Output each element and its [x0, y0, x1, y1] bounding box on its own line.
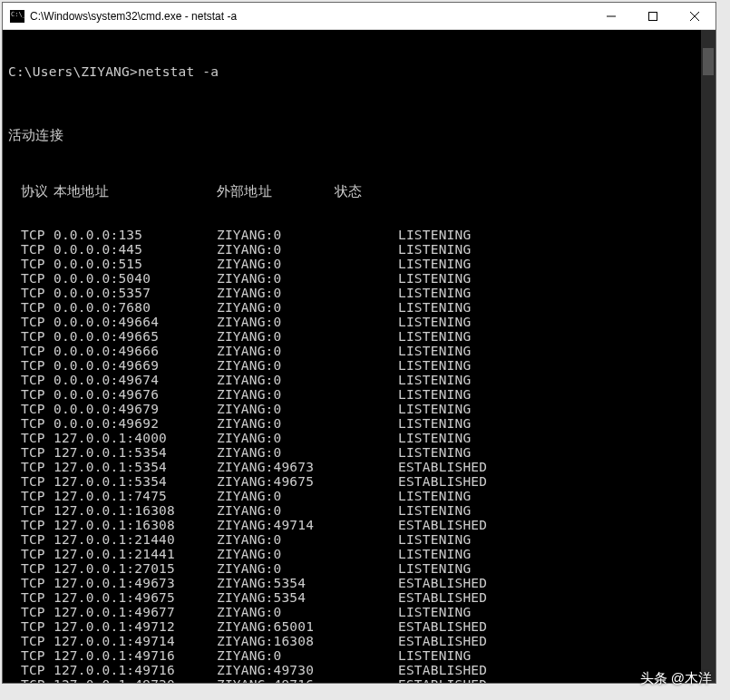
cell-foreign: ZIYANG:0 [217, 358, 398, 373]
connection-row: TCP127.0.0.1:16308ZIYANG:49714ESTABLISHE… [8, 518, 715, 532]
cell-proto: TCP [8, 474, 54, 489]
cell-state: LISTENING [398, 561, 471, 576]
connection-row: TCP127.0.0.1:5354ZIYANG:0LISTENING [8, 445, 715, 460]
connection-row: TCP127.0.0.1:49716ZIYANG:0LISTENING [8, 648, 715, 663]
cell-foreign: ZIYANG:0 [217, 228, 398, 242]
cell-state: LISTENING [398, 300, 471, 315]
connection-row: TCP127.0.0.1:5354ZIYANG:49673ESTABLISHED [8, 460, 715, 474]
window-title: C:\Windows\system32\cmd.exe - netstat -a [30, 10, 590, 23]
cell-proto: TCP [8, 416, 54, 431]
cell-local: 0.0.0.0:49676 [54, 387, 217, 402]
connection-row: TCP0.0.0.0:49692ZIYANG:0LISTENING [8, 416, 715, 431]
close-button[interactable] [674, 3, 715, 29]
cell-local: 0.0.0.0:49666 [54, 344, 217, 358]
cell-local: 0.0.0.0:49664 [54, 315, 217, 329]
header-proto: 协议 [8, 184, 54, 199]
cell-proto: TCP [8, 518, 54, 532]
cell-proto: TCP [8, 576, 54, 590]
cell-local: 127.0.0.1:16308 [54, 518, 217, 532]
cell-foreign: ZIYANG:0 [217, 445, 398, 460]
cell-foreign: ZIYANG:0 [217, 373, 398, 387]
cell-state: LISTENING [398, 489, 471, 503]
connection-row: TCP127.0.0.1:21441ZIYANG:0LISTENING [8, 547, 715, 561]
cell-state: LISTENING [398, 416, 471, 431]
cell-state: LISTENING [398, 445, 471, 460]
console-output[interactable]: C:\Users\ZIYANG>netstat -a 活动连接 协议本地地址外部… [3, 30, 715, 683]
connection-row: TCP0.0.0.0:5357ZIYANG:0LISTENING [8, 286, 715, 300]
section-title: 活动连接 [8, 128, 715, 142]
cell-foreign: ZIYANG:0 [217, 387, 398, 402]
connection-row: TCP127.0.0.1:49677ZIYANG:0LISTENING [8, 605, 715, 619]
cell-local: 0.0.0.0:49665 [54, 329, 217, 344]
cell-foreign: ZIYANG:0 [217, 315, 398, 329]
prompt-line: C:\Users\ZIYANG>netstat -a [8, 64, 715, 79]
cell-foreign: ZIYANG:49716 [217, 677, 398, 683]
cell-state: LISTENING [398, 431, 471, 445]
cell-foreign: ZIYANG:49730 [217, 663, 398, 677]
cell-local: 127.0.0.1:21441 [54, 547, 217, 561]
scrollbar[interactable] [701, 30, 715, 683]
cell-state: LISTENING [398, 257, 471, 271]
connection-row: TCP127.0.0.1:21440ZIYANG:0LISTENING [8, 532, 715, 547]
cell-state: LISTENING [398, 286, 471, 300]
cell-state: ESTABLISHED [398, 663, 487, 677]
cell-local: 0.0.0.0:5357 [54, 286, 217, 300]
connection-row: TCP0.0.0.0:135ZIYANG:0LISTENING [8, 228, 715, 242]
cell-local: 0.0.0.0:49669 [54, 358, 217, 373]
cell-state: LISTENING [398, 358, 471, 373]
cell-foreign: ZIYANG:0 [217, 547, 398, 561]
cell-foreign: ZIYANG:5354 [217, 590, 398, 605]
titlebar[interactable]: C:\Windows\system32\cmd.exe - netstat -a [3, 3, 715, 30]
cell-foreign: ZIYANG:0 [217, 286, 398, 300]
cell-local: 127.0.0.1:16308 [54, 503, 217, 518]
connection-rows: TCP0.0.0.0:135ZIYANG:0LISTENINGTCP0.0.0.… [8, 228, 715, 683]
cell-proto: TCP [8, 271, 54, 286]
cell-foreign: ZIYANG:0 [217, 257, 398, 271]
cell-local: 127.0.0.1:49712 [54, 619, 217, 634]
connection-row: TCP0.0.0.0:49669ZIYANG:0LISTENING [8, 358, 715, 373]
cell-local: 127.0.0.1:27015 [54, 561, 217, 576]
maximize-button[interactable] [632, 3, 674, 29]
cell-state: LISTENING [398, 605, 471, 619]
cell-local: 127.0.0.1:49714 [54, 634, 217, 648]
cell-local: 127.0.0.1:49673 [54, 576, 217, 590]
cell-local: 127.0.0.1:49730 [54, 677, 217, 683]
scrollbar-thumb[interactable] [703, 48, 714, 75]
cell-state: LISTENING [398, 547, 471, 561]
cell-foreign: ZIYANG:0 [217, 648, 398, 663]
cell-state: LISTENING [398, 271, 471, 286]
cell-local: 0.0.0.0:515 [54, 257, 217, 271]
watermark: 头条 @木洋 [640, 670, 712, 687]
cell-foreign: ZIYANG:0 [217, 561, 398, 576]
cell-local: 0.0.0.0:49692 [54, 416, 217, 431]
cell-foreign: ZIYANG:0 [217, 532, 398, 547]
minimize-button[interactable] [590, 3, 632, 29]
cell-foreign: ZIYANG:0 [217, 503, 398, 518]
cell-local: 0.0.0.0:135 [54, 228, 217, 242]
cell-foreign: ZIYANG:49673 [217, 460, 398, 474]
cell-foreign: ZIYANG:0 [217, 431, 398, 445]
cell-proto: TCP [8, 445, 54, 460]
cell-proto: TCP [8, 358, 54, 373]
cell-foreign: ZIYANG:0 [217, 344, 398, 358]
connection-row: TCP0.0.0.0:5040ZIYANG:0LISTENING [8, 271, 715, 286]
connection-row: TCP127.0.0.1:49730ZIYANG:49716ESTABLISHE… [8, 677, 715, 683]
header-local: 本地地址 [54, 184, 217, 199]
connection-row: TCP127.0.0.1:4000ZIYANG:0LISTENING [8, 431, 715, 445]
cell-foreign: ZIYANG:0 [217, 329, 398, 344]
cell-foreign: ZIYANG:49714 [217, 518, 398, 532]
connection-row: TCP127.0.0.1:49673ZIYANG:5354ESTABLISHED [8, 576, 715, 590]
cell-state: ESTABLISHED [398, 518, 487, 532]
cell-local: 127.0.0.1:5354 [54, 474, 217, 489]
cell-proto: TCP [8, 228, 54, 242]
cell-proto: TCP [8, 677, 54, 683]
cell-proto: TCP [8, 532, 54, 547]
cell-proto: TCP [8, 402, 54, 416]
cell-local: 0.0.0.0:7680 [54, 300, 217, 315]
connection-row: TCP127.0.0.1:49712ZIYANG:65001ESTABLISHE… [8, 619, 715, 634]
cmd-icon [10, 10, 24, 23]
connection-row: TCP127.0.0.1:16308ZIYANG:0LISTENING [8, 503, 715, 518]
cell-local: 0.0.0.0:445 [54, 242, 217, 257]
cell-state: LISTENING [398, 387, 471, 402]
cell-proto: TCP [8, 590, 54, 605]
